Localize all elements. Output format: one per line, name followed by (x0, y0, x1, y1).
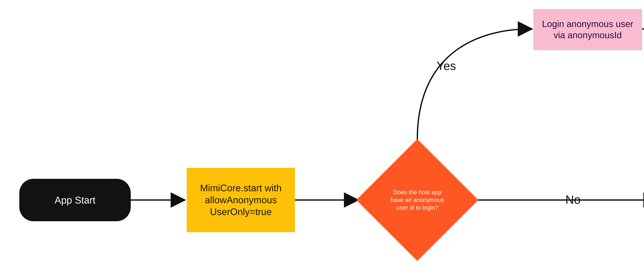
edge-label-yes: Yes (437, 59, 456, 73)
flowchart-canvas: App Start MimiCore.start with allowAnony… (0, 0, 644, 275)
node-login-anon-label: Login anonymous user via anonymousId (540, 18, 636, 41)
edge-login-to-observe (642, 29, 644, 170)
node-mimicore-start: MimiCore.start with allowAnonymous UserO… (187, 168, 295, 232)
node-decision-label: Does the host app have an anonymous user… (374, 157, 460, 243)
node-login-anon: Login anonymous user via anonymousId (533, 9, 642, 50)
node-decision: Does the host app have an anonymous user… (374, 157, 460, 243)
edge-label-no: No (566, 193, 581, 207)
node-app-start: App Start (19, 179, 131, 221)
node-mimicore-start-label: MimiCore.start with allowAnonymous UserO… (193, 182, 288, 218)
edge-decision-yes (417, 29, 531, 140)
node-app-start-label: App Start (54, 194, 96, 206)
